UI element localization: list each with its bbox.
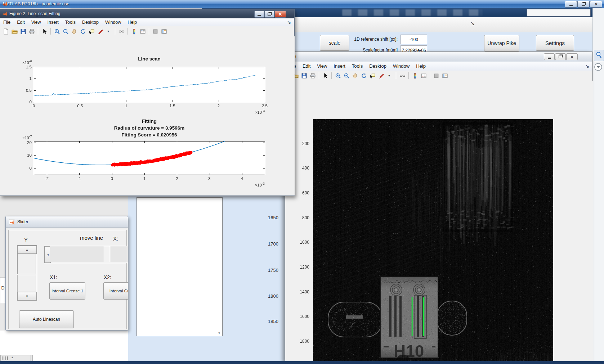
dock-arrow-icon[interactable]: ↘ xyxy=(287,19,291,25)
brush-icon[interactable] xyxy=(97,28,104,35)
insert-legend-icon[interactable] xyxy=(420,72,427,79)
interval-grenze1-button[interactable]: Interval Grenze 1 xyxy=(49,282,85,300)
open-folder-icon[interactable] xyxy=(11,28,18,35)
expand-panel-button[interactable] xyxy=(594,63,603,72)
insert-colorbar-icon[interactable] xyxy=(130,28,138,35)
minimize-button[interactable] xyxy=(254,10,264,18)
zoom-in-icon[interactable] xyxy=(334,72,341,79)
menu-item-window[interactable]: Window xyxy=(390,63,413,69)
zoom-out-icon[interactable] xyxy=(343,72,350,79)
datatip-icon[interactable] xyxy=(88,28,95,35)
rotate-3d-icon[interactable] xyxy=(79,28,86,35)
scale-button[interactable]: scale xyxy=(320,35,349,51)
hide-plot-tools-icon[interactable] xyxy=(433,72,440,79)
ref-shift-field[interactable]: -100 xyxy=(401,35,427,44)
matlab-logo-icon xyxy=(2,1,8,6)
dropdown-icon[interactable]: ▾ xyxy=(386,72,393,79)
slider-thumb[interactable] xyxy=(103,246,110,262)
unwrap-pike-label: Unwrap Pike xyxy=(487,40,516,46)
yaxis-tick-1000: 1000 xyxy=(289,240,309,245)
interval-grenze2-label: Interval Gren xyxy=(109,289,128,293)
menu-item-tools[interactable]: Tools xyxy=(62,20,79,25)
save-icon[interactable] xyxy=(19,28,27,35)
interval-grenze2-button[interactable]: Interval Gren xyxy=(103,282,128,300)
link-plots-icon[interactable] xyxy=(399,72,406,79)
right-figure-titlebar[interactable]: d × xyxy=(285,52,592,62)
hidden-axis-tick-1750: 1750 xyxy=(260,268,278,273)
print-icon[interactable] xyxy=(309,72,316,79)
slider-content: Y move line X: ▲ ▼ ◂ X1: Interval Grenze… xyxy=(8,230,127,329)
datatip-icon[interactable] xyxy=(369,72,376,79)
save-icon[interactable] xyxy=(300,72,308,79)
menu-item-insert[interactable]: Insert xyxy=(330,63,349,69)
slider-thumb-lower[interactable] xyxy=(17,275,36,292)
link-plots-icon[interactable] xyxy=(118,28,125,35)
cursor-icon[interactable] xyxy=(322,72,329,79)
search-button[interactable] xyxy=(594,50,604,61)
minimize-icon xyxy=(569,5,573,6)
menu-item-edit[interactable]: Edit xyxy=(14,20,28,25)
menu-item-window[interactable]: Window xyxy=(102,20,124,25)
menu-item-edit[interactable]: Edit xyxy=(299,63,314,69)
slider-window: Slider Y move line X: ▲ ▼ ◂ X1: Int xyxy=(5,216,128,331)
dropdown-icon[interactable]: ▾ xyxy=(105,28,112,35)
brush-icon[interactable] xyxy=(377,72,385,79)
maximize-button[interactable] xyxy=(555,53,566,60)
dock-arrow-icon[interactable]: ↘ xyxy=(585,63,589,69)
minimize-button[interactable] xyxy=(544,53,555,60)
toolbar-separator xyxy=(38,28,38,35)
insert-colorbar-icon[interactable] xyxy=(411,72,419,79)
menu-item-tools[interactable]: Tools xyxy=(349,63,366,69)
show-plot-tools-icon[interactable] xyxy=(160,28,167,35)
hidden-axis-tick-1850: 1850 xyxy=(260,319,278,324)
background-window-fragment: D xyxy=(0,277,6,303)
pan-hand-icon[interactable] xyxy=(71,28,78,35)
close-button[interactable]: × xyxy=(566,53,578,60)
pan-hand-icon[interactable] xyxy=(352,72,359,79)
close-button[interactable]: × xyxy=(590,1,602,8)
toolbar-separator xyxy=(396,72,396,79)
hide-plot-tools-icon[interactable] xyxy=(152,28,159,35)
zoom-out-icon[interactable] xyxy=(62,28,69,35)
rotate-3d-icon[interactable] xyxy=(360,72,367,79)
undock-arrow-icon[interactable]: ↘ xyxy=(470,20,475,27)
unwrap-pike-button[interactable]: Unwrap Pike xyxy=(484,35,519,51)
close-button[interactable]: ✕ xyxy=(274,10,286,18)
arrow-up-icon: ▲ xyxy=(11,356,14,359)
menu-item-desktop[interactable]: Desktop xyxy=(366,63,390,69)
interval-grenze1-label: Interval Grenze 1 xyxy=(52,289,83,293)
menu-item-view[interactable]: View xyxy=(28,20,44,25)
slider-up-button: ▲ xyxy=(17,246,37,254)
menu-item-help[interactable]: Help xyxy=(413,63,429,69)
yaxis-tick-1200: 1200 xyxy=(289,265,309,270)
show-plot-tools-icon[interactable] xyxy=(441,72,448,79)
slider-down-button[interactable]: ▼ xyxy=(17,292,37,300)
settings-button[interactable]: Settings xyxy=(536,35,574,51)
slider-titlebar[interactable]: Slider xyxy=(6,216,128,228)
figure2-titlebar[interactable]: Figure 2: Line_scan,Fitting ✕ xyxy=(0,9,294,18)
new-doc-icon[interactable] xyxy=(2,28,9,35)
slider-trough2[interactable] xyxy=(110,246,128,262)
minimize-button[interactable] xyxy=(565,1,577,8)
menu-item-insert[interactable]: Insert xyxy=(44,20,62,25)
menu-item-file[interactable]: File xyxy=(0,20,14,25)
y-slider[interactable]: ▲ ▼ xyxy=(17,245,37,301)
minimize-icon xyxy=(258,15,261,16)
right-figure-canvas: 2004006008001000120014001600180020002004… xyxy=(285,81,593,361)
menu-item-help[interactable]: Help xyxy=(124,20,140,25)
print-icon[interactable] xyxy=(28,28,35,35)
maximize-button[interactable] xyxy=(264,10,274,18)
slider-thumb[interactable] xyxy=(17,253,36,274)
menu-item-desktop[interactable]: Desktop xyxy=(79,20,102,25)
x-slider[interactable]: ◂ xyxy=(44,246,128,263)
close-icon: ✕ xyxy=(278,12,282,17)
menu-item-view[interactable]: View xyxy=(314,63,330,69)
auto-linescan-button[interactable]: Auto Linescan xyxy=(19,310,74,328)
cursor-icon[interactable] xyxy=(41,28,48,35)
insert-legend-icon[interactable] xyxy=(139,28,146,35)
restore-button[interactable] xyxy=(577,1,590,8)
slider-trough[interactable] xyxy=(50,246,103,262)
yaxis-tick-800: 800 xyxy=(289,215,309,220)
arrow-up-icon: ▲ xyxy=(26,248,29,252)
zoom-in-icon[interactable] xyxy=(53,28,61,35)
